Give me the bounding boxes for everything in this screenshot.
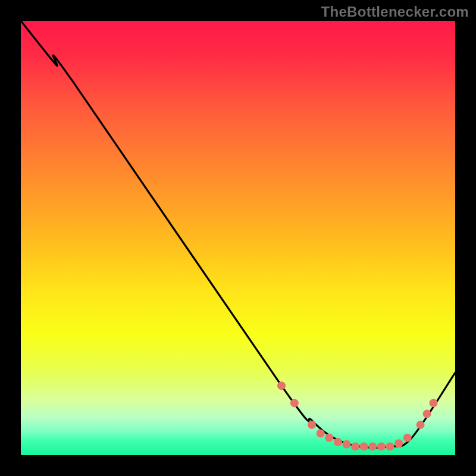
marker-dot xyxy=(308,421,316,429)
marker-dot xyxy=(351,442,359,450)
chart-stage: TheBottlenecker.com xyxy=(0,0,476,476)
marker-dot xyxy=(377,442,386,450)
watermark-text: TheBottlenecker.com xyxy=(321,4,469,20)
marker-dot xyxy=(290,399,299,407)
bottleneck-chart xyxy=(21,21,455,455)
marker-dot xyxy=(368,442,377,450)
gradient-background xyxy=(21,21,455,455)
marker-dot xyxy=(416,421,425,429)
marker-dot xyxy=(360,442,368,450)
marker-dot xyxy=(343,440,351,449)
marker-dot xyxy=(334,438,342,446)
plot-area xyxy=(21,21,455,455)
marker-dot xyxy=(430,399,438,407)
marker-dot xyxy=(317,430,325,438)
marker-dot xyxy=(423,410,431,418)
marker-dot xyxy=(403,434,412,442)
marker-dot xyxy=(386,442,394,450)
marker-dot xyxy=(325,434,333,442)
marker-dot xyxy=(277,381,286,390)
marker-dot xyxy=(394,439,403,447)
